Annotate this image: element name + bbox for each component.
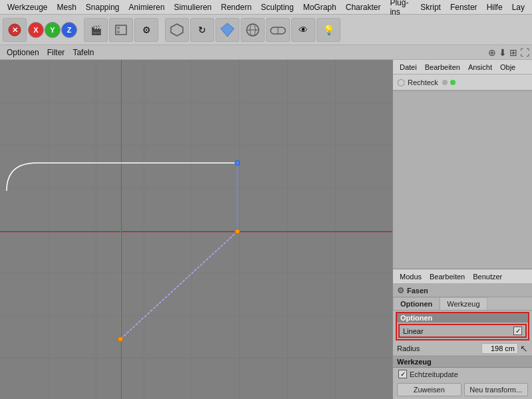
radius-label: Radius (397, 344, 481, 352)
point-bottom-left (118, 336, 123, 342)
eye-icon-button[interactable]: 👁 (291, 18, 315, 42)
viewport[interactable] (0, 60, 392, 399)
sub-toolbar: Optionen Filter Tafeln ⊕ ⬇ ⊞ ⛶ (0, 45, 532, 60)
pill-icon (269, 25, 287, 35)
svg-text:✕: ✕ (12, 26, 18, 34)
echtzeitupdate-row: ✓ Echtzeitupdate (393, 368, 532, 380)
sub-menu-optionen[interactable]: Optionen (3, 48, 43, 57)
point-top-right (235, 160, 240, 166)
fasen-section-header: ⚙ Fasen (393, 284, 532, 297)
fasen-label: Fasen (407, 287, 428, 295)
right-panel: Datei Bearbeiten Ansicht Obje ⬡ Rechteck… (392, 60, 532, 399)
right-panel-top: Datei Bearbeiten Ansicht Obje ⬡ Rechteck (393, 60, 532, 91)
mesh-icon-button[interactable] (241, 18, 265, 42)
neu-transform-button[interactable]: Neu transform... (464, 383, 529, 396)
axis-buttons: X Y Z (28, 22, 77, 38)
menu-werkzeuge[interactable]: Werkzeuge (3, 0, 52, 14)
menu-mograph[interactable]: MoGraph (299, 0, 341, 14)
menu-skript[interactable]: Skript (416, 0, 446, 14)
x-icon: ✕ (8, 23, 21, 37)
right-menu-bearbeiten[interactable]: Bearbeiten (421, 63, 464, 71)
axis-x-button[interactable]: X (28, 22, 44, 38)
frame-icon (114, 23, 128, 37)
linear-checkbox[interactable]: ✓ (513, 327, 522, 335)
point-center-right (235, 229, 240, 234)
menu-snapping[interactable]: Snapping (81, 0, 124, 14)
radius-value[interactable]: 198 cm (481, 343, 518, 354)
radius-row: Radius 198 cm ↖ (393, 342, 532, 356)
sub-menu-filter[interactable]: Filter (43, 48, 69, 57)
expand-icon: ⛶ (520, 47, 529, 58)
right-title-bar: ⬡ Rechteck (393, 74, 532, 90)
cube-icon-button[interactable] (165, 18, 189, 42)
cursor-icon: ↖ (520, 343, 528, 354)
object-title: Rechteck (408, 78, 438, 86)
viewport-svg (0, 60, 392, 399)
light-icon-button[interactable]: 💡 (317, 18, 340, 42)
main-area: Datei Bearbeiten Ansicht Obje ⬡ Rechteck… (0, 60, 532, 399)
axis-z-button[interactable]: Z (61, 22, 77, 38)
svg-marker-5 (171, 24, 183, 36)
crosshair-icon: ⊕ (488, 47, 496, 58)
cube-icon (169, 22, 185, 38)
gem-icon (219, 22, 235, 38)
menu-plugins[interactable]: Plug-ins (385, 0, 416, 14)
zuweisen-button[interactable]: Zuweisen (397, 383, 462, 396)
action-buttons-row: Zuweisen Neu transform... (393, 380, 532, 399)
svg-line-14 (120, 231, 237, 339)
optionen-header: Optionen (397, 313, 528, 323)
svg-marker-6 (221, 23, 234, 37)
menu-lay[interactable]: Lay (507, 0, 529, 14)
sub-menu-tafeln[interactable]: Tafeln (68, 48, 98, 57)
menu-animieren[interactable]: Animieren (124, 0, 170, 14)
main-toolbar: ✕ X Y Z 🎬 ⚙ ↻ 👁 💡 (0, 15, 532, 45)
svg-rect-4 (117, 31, 120, 33)
optionen-box: Optionen Linear ✓ (396, 312, 529, 340)
rechteck-icon: ⬡ (397, 77, 405, 88)
svg-rect-3 (117, 27, 120, 29)
right-bottom-menu-modus[interactable]: Modus (396, 273, 426, 281)
menu-simulieren[interactable]: Simulieren (170, 0, 217, 14)
arrow-down-icon: ⬇ (499, 47, 507, 58)
tab-werkzeug[interactable]: Werkzeug (440, 297, 487, 310)
status-dot-gray (442, 80, 448, 85)
right-menu-ansicht[interactable]: Ansicht (464, 63, 496, 71)
menu-hilfe[interactable]: Hilfe (482, 0, 507, 14)
right-bottom-menu-bearbeiten[interactable]: Bearbeiten (426, 273, 469, 281)
menu-fenster[interactable]: Fenster (446, 0, 482, 14)
echtzeitupdate-label: Echtzeitupdate (410, 370, 458, 378)
gem-icon-button[interactable] (215, 18, 239, 42)
right-bottom-menu-bar: Modus Bearbeiten Benutzer (393, 269, 532, 284)
top-menu-bar: Werkzeuge Mesh Snapping Animieren Simuli… (0, 0, 532, 15)
fasen-icon: ⚙ (397, 286, 404, 295)
mesh-icon (245, 22, 261, 38)
tab-optionen[interactable]: Optionen (393, 297, 440, 310)
menu-rendern[interactable]: Rendern (216, 0, 256, 14)
right-panel-spacer (393, 91, 532, 269)
menu-mesh[interactable]: Mesh (52, 0, 80, 14)
close-button[interactable]: ✕ (3, 18, 27, 42)
settings-icon-button[interactable]: ⚙ (134, 18, 158, 42)
right-menu-obje[interactable]: Obje (496, 63, 519, 71)
axis-y-button[interactable]: Y (45, 22, 61, 38)
right-bottom-menu-benutzer[interactable]: Benutzer (469, 273, 506, 281)
tab-row: Optionen Werkzeug (393, 297, 532, 311)
right-panel-bottom: Modus Bearbeiten Benutzer ⚙ Fasen Option… (393, 269, 532, 399)
status-dot-green (450, 80, 456, 85)
echtzeitupdate-checkbox[interactable]: ✓ (398, 370, 407, 378)
rotate-icon-button[interactable]: ↻ (190, 18, 214, 42)
frame-icon-button[interactable] (109, 18, 133, 42)
pill-icon-button[interactable] (266, 18, 290, 42)
grid-icon: ⊞ (509, 47, 517, 58)
menu-charakter[interactable]: Charakter (341, 0, 386, 14)
linear-label: Linear (403, 327, 513, 335)
right-menu-datei[interactable]: Datei (396, 63, 421, 71)
linear-row: Linear ✓ (398, 324, 527, 338)
sub-toolbar-right: ⊕ ⬇ ⊞ ⛶ (488, 47, 529, 58)
film-icon-button[interactable]: 🎬 (84, 18, 108, 42)
right-menu-bar: Datei Bearbeiten Ansicht Obje (393, 60, 532, 74)
menu-sculpting[interactable]: Sculpting (256, 0, 298, 14)
werkzeug-header: Werkzeug (393, 356, 532, 368)
